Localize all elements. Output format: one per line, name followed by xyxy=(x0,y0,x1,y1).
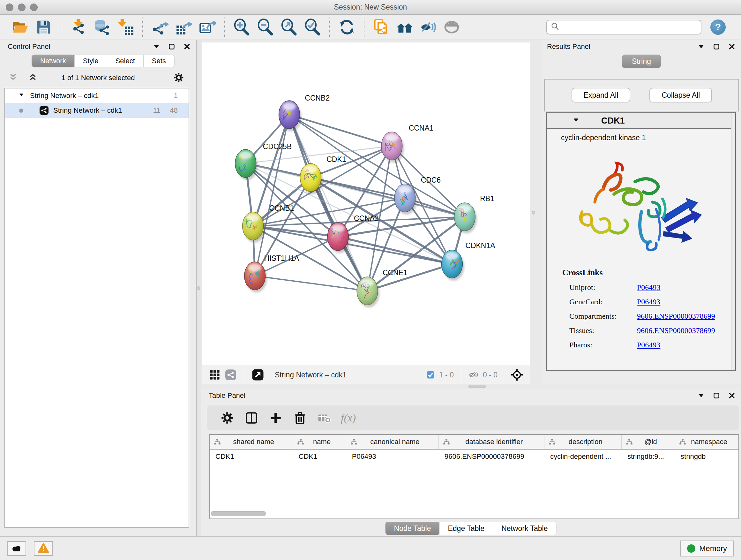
horizontal-splitter[interactable] xyxy=(201,384,741,389)
export-table-icon[interactable] xyxy=(174,18,193,37)
scrollbar-thumb[interactable] xyxy=(211,511,266,516)
zoom-fit-icon[interactable] xyxy=(280,18,298,37)
control-panel-close-icon[interactable] xyxy=(182,42,192,51)
table-cell[interactable]: stringdb xyxy=(675,452,738,461)
fit-selected-crosshair-icon[interactable] xyxy=(511,368,523,381)
gene-header[interactable]: CDK1 xyxy=(547,113,735,129)
column-header-database-identifier[interactable]: database identifier xyxy=(439,435,544,449)
show-columns-icon[interactable] xyxy=(245,411,258,425)
node-CDKN1A[interactable]: CDKN1A xyxy=(442,241,495,281)
results-panel-float-icon[interactable] xyxy=(712,42,721,51)
node-CCNE1[interactable]: CCNE1 xyxy=(357,268,408,307)
crosslink-link[interactable]: P06493 xyxy=(637,341,660,349)
column-header-description[interactable]: description xyxy=(544,435,622,449)
search-box[interactable] xyxy=(546,20,701,35)
edge-CCNE1-HIST1H1A[interactable] xyxy=(255,276,367,291)
control-panel-collapse-icon[interactable] xyxy=(151,42,161,51)
collection-expand-icon[interactable] xyxy=(18,91,25,100)
table-cell[interactable]: P06493 xyxy=(346,452,439,461)
cloud-status-button[interactable] xyxy=(7,541,26,556)
left-splitter[interactable] xyxy=(197,40,201,537)
edge-CCNB2-CCNE1[interactable] xyxy=(289,115,367,291)
tab-select[interactable]: Select xyxy=(107,55,144,67)
crosslink-link[interactable]: P06493 xyxy=(637,298,660,306)
save-session-icon[interactable] xyxy=(35,18,53,37)
left-splitter-handle[interactable] xyxy=(197,287,200,290)
edge-CCNE1-CDKN1A[interactable] xyxy=(367,264,452,291)
add-column-icon[interactable] xyxy=(269,411,282,425)
crosslink-link[interactable]: 9606.ENSP00000378699 xyxy=(637,312,715,320)
collapse-all-button[interactable]: Collapse All xyxy=(650,88,712,103)
selected-checkbox-icon[interactable] xyxy=(426,370,435,379)
node-CCNA1[interactable]: CCNA1 xyxy=(381,124,434,163)
edge-CCNB2-HIST1H1A[interactable] xyxy=(255,115,289,276)
delete-column-icon[interactable] xyxy=(293,411,307,425)
crosslink-link[interactable]: P06493 xyxy=(637,283,660,292)
table-cell[interactable]: CDK1 xyxy=(210,452,293,461)
hidden-eye-icon[interactable] xyxy=(468,370,479,380)
help-button[interactable]: ? xyxy=(711,19,726,35)
expand-all-button[interactable]: Expand All xyxy=(571,88,630,103)
network-options-gear-icon[interactable] xyxy=(173,72,185,84)
control-panel-float-icon[interactable] xyxy=(167,42,177,51)
memory-button[interactable]: Memory xyxy=(680,541,734,557)
table-panel-float-icon[interactable] xyxy=(712,391,721,400)
column-header-namespace[interactable]: namespace xyxy=(675,435,738,449)
tab-edge-table[interactable]: Edge Table xyxy=(439,522,493,535)
node-HIST1H1A[interactable]: HIST1H1A xyxy=(245,254,299,293)
import-table-file-icon[interactable] xyxy=(116,18,135,37)
tab-network[interactable]: Network xyxy=(31,55,75,67)
zoom-out-icon[interactable] xyxy=(256,18,274,37)
grid-view-icon[interactable] xyxy=(209,369,220,381)
search-input[interactable] xyxy=(560,23,697,32)
right-splitter[interactable] xyxy=(530,40,542,384)
table-panel-close-icon[interactable] xyxy=(727,391,737,400)
zoom-selected-icon[interactable] xyxy=(303,18,322,37)
warnings-button[interactable] xyxy=(34,541,53,556)
node-RB1[interactable]: RB1 xyxy=(454,194,494,233)
results-panel-collapse-icon[interactable] xyxy=(696,42,706,51)
tab-style[interactable]: Style xyxy=(74,55,107,67)
table-cell[interactable]: 9606.ENSP00000378699 xyxy=(439,452,544,461)
column-header-name[interactable]: name xyxy=(293,435,346,449)
crosslink-link[interactable]: 9606.ENSP00000378699 xyxy=(637,326,715,335)
zoom-in-icon[interactable] xyxy=(232,18,251,37)
results-panel-close-icon[interactable] xyxy=(727,42,737,51)
import-network-database-icon[interactable] xyxy=(92,18,111,37)
horizontal-splitter-handle[interactable] xyxy=(468,385,486,388)
birdseye-view-icon[interactable] xyxy=(252,368,264,381)
refresh-view-icon[interactable] xyxy=(338,18,356,37)
column-header-shared-name[interactable]: shared name xyxy=(210,435,293,449)
network-collection-row[interactable]: String Network – cdk1 1 xyxy=(5,88,189,103)
table-row[interactable]: CDK1CDK1P064939606.ENSP00000378699cyclin… xyxy=(210,449,738,463)
export-network-icon[interactable] xyxy=(151,18,169,37)
column-header--id[interactable]: @id xyxy=(622,435,675,449)
show-all-icon[interactable] xyxy=(443,18,461,37)
edge-CCNB2-CCNA1[interactable] xyxy=(289,115,392,146)
table-options-gear-icon[interactable] xyxy=(220,411,234,425)
network-canvas[interactable]: CCNB2 CCNA1 CDC25B CDK1 CDC6 RB1 CCNB1 xyxy=(202,43,530,366)
results-scrollbar[interactable] xyxy=(731,113,735,370)
table-horizontal-scrollbar[interactable] xyxy=(211,511,731,516)
tab-network-table[interactable]: Network Table xyxy=(493,522,556,535)
table-cell[interactable]: stringdb:9... xyxy=(622,452,675,461)
hide-selected-icon[interactable] xyxy=(419,18,438,37)
tab-string[interactable]: String xyxy=(622,55,661,68)
column-header-canonical-name[interactable]: canonical name xyxy=(346,435,439,449)
right-splitter-handle[interactable] xyxy=(532,211,535,214)
table-panel-collapse-icon[interactable] xyxy=(696,391,706,400)
search-icon xyxy=(550,22,560,33)
import-network-file-icon[interactable] xyxy=(69,18,87,37)
toolbar-separator xyxy=(224,17,225,37)
show-home-icon[interactable] xyxy=(396,18,414,37)
export-image-icon[interactable] xyxy=(198,18,216,37)
table-cell[interactable]: cyclin-dependent ... xyxy=(544,452,622,461)
table-cell[interactable]: CDK1 xyxy=(293,452,346,461)
tab-node-table[interactable]: Node Table xyxy=(386,522,440,535)
clone-network-icon[interactable] xyxy=(372,18,391,37)
network-overview-icon[interactable] xyxy=(225,369,237,381)
open-session-icon[interactable] xyxy=(11,18,29,37)
gene-collapse-icon[interactable] xyxy=(572,116,580,125)
network-row-selected[interactable]: String Network – cdk1 11 48 xyxy=(5,103,189,118)
tab-sets[interactable]: Sets xyxy=(143,55,175,67)
